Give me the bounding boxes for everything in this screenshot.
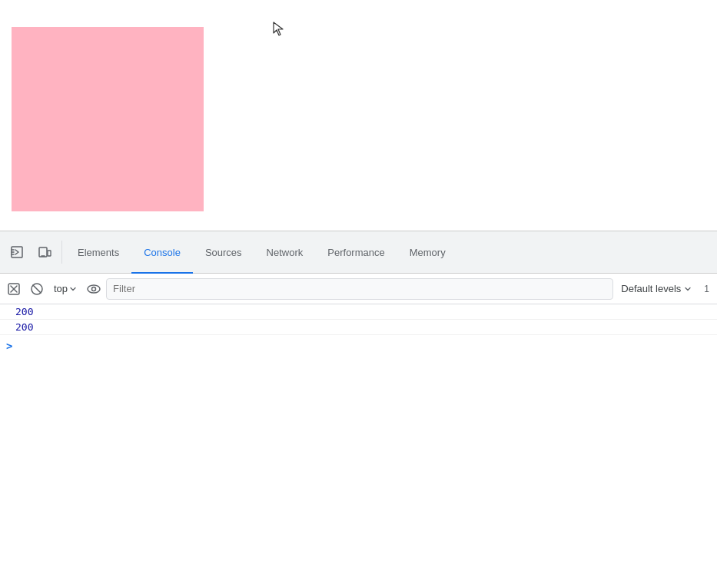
tab-performance[interactable]: Performance: [315, 231, 397, 274]
message-count-badge: 1: [699, 278, 714, 300]
svg-rect-5: [48, 251, 51, 256]
devtools-panel: Elements Console Sources Network Perform…: [0, 231, 717, 588]
svg-line-11: [33, 285, 41, 293]
tab-elements[interactable]: Elements: [65, 231, 131, 274]
svg-point-13: [92, 287, 96, 291]
filter-input[interactable]: [106, 278, 613, 300]
tab-network[interactable]: Network: [254, 231, 316, 274]
tab-bar: Elements Console Sources Network Perform…: [0, 231, 717, 274]
console-prompt[interactable]: >: [0, 335, 717, 357]
tab-memory[interactable]: Memory: [397, 231, 458, 274]
svg-point-12: [88, 285, 100, 293]
svg-rect-4: [39, 247, 47, 257]
stop-messages-button[interactable]: [26, 278, 48, 300]
default-levels-button[interactable]: Default levels: [615, 278, 698, 300]
console-line-2: 200: [0, 320, 717, 335]
prompt-arrow-icon: >: [6, 340, 12, 352]
tab-sources[interactable]: Sources: [193, 231, 254, 274]
context-dropdown-icon: [69, 285, 77, 293]
console-line-1: 200: [0, 304, 717, 320]
tab-console[interactable]: Console: [131, 231, 193, 274]
page-area: [0, 0, 717, 231]
eye-icon: [86, 283, 101, 295]
cursor-icon: [273, 22, 285, 37]
console-output: 200 200 >: [0, 304, 717, 588]
levels-dropdown-icon: [684, 285, 692, 293]
pink-box: [12, 27, 204, 211]
tab-divider: [61, 241, 62, 264]
live-expressions-button[interactable]: [83, 278, 105, 300]
device-toolbar-icon[interactable]: [31, 238, 58, 266]
clear-console-button[interactable]: [3, 278, 25, 300]
inspect-element-icon[interactable]: [3, 238, 31, 266]
toolbar-row: top Default levels 1: [0, 274, 717, 304]
context-selector[interactable]: top: [49, 278, 81, 300]
